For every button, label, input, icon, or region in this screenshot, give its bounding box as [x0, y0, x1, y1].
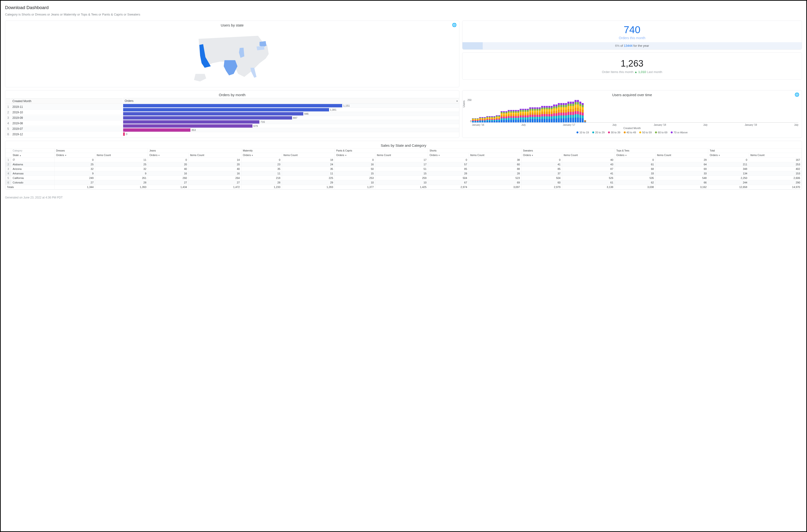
stacked-bar[interactable] [553, 104, 555, 122]
col-items-count[interactable]: Items Count [656, 153, 708, 157]
stacked-bar[interactable] [551, 106, 552, 122]
col-items-count[interactable]: Items Count [188, 153, 241, 157]
table-row[interactable]: 4Arkansas9916161111151528283741333313415… [5, 171, 802, 176]
stacked-bar[interactable] [584, 120, 586, 122]
col-items-count[interactable]: Items Count [749, 153, 802, 157]
map-title: Users by state [5, 21, 459, 28]
table-row[interactable]: 62019-12 [6, 132, 123, 136]
bar-row[interactable]: 0 [123, 132, 459, 136]
stacked-bar[interactable] [541, 106, 543, 122]
table-row[interactable]: 32019-09 [6, 115, 123, 120]
legend-item[interactable]: 10 to 19 [577, 131, 589, 134]
table-row[interactable]: 1∅0110140180170380400290167 [5, 157, 802, 162]
stacked-bar[interactable] [539, 107, 541, 122]
kpi-order-items-this-month: 1,263 Order Items this month ▲ 1,010 Las… [462, 53, 802, 80]
legend-item[interactable]: 60 to 69 [655, 131, 668, 134]
stacked-bar[interactable] [493, 116, 495, 122]
bar-row[interactable]: 946 [123, 112, 459, 116]
stacked-bar[interactable] [534, 107, 536, 122]
stacked-bar[interactable] [503, 111, 505, 122]
bar-row[interactable]: 716 [123, 120, 459, 124]
stacked-bar[interactable] [512, 110, 514, 122]
stacked-bar[interactable] [472, 118, 474, 122]
col-orders[interactable]: Orders▾ [241, 153, 282, 157]
col-orders[interactable]: Orders▾ [148, 153, 188, 157]
stacked-bar[interactable] [524, 109, 526, 122]
col-orders[interactable]: Orders▾ [335, 153, 375, 157]
col-orders[interactable]: Orders▾ [521, 153, 562, 157]
stacked-bar[interactable] [505, 111, 507, 122]
stacked-bar[interactable] [515, 110, 517, 122]
stacked-bar[interactable] [558, 103, 560, 122]
legend-item[interactable]: 30 to 39 [608, 131, 620, 134]
stacked-bar[interactable] [496, 115, 498, 122]
stacked-bar[interactable] [572, 102, 574, 122]
legend-item[interactable]: 20 to 29 [592, 131, 605, 134]
stacked-bar[interactable] [510, 110, 512, 122]
col-orders[interactable]: Orders▾ [428, 153, 469, 157]
stacked-bar[interactable] [556, 104, 558, 122]
col-items-count[interactable]: Items Count [562, 153, 615, 157]
col-items-count[interactable]: Items Count [469, 153, 521, 157]
users-acquired-chart[interactable]: Users 250 0 [472, 99, 799, 122]
stacked-bar[interactable] [479, 117, 481, 122]
stacked-bar[interactable] [532, 107, 533, 122]
bar-row[interactable]: 679 [123, 124, 459, 128]
us-map[interactable] [51, 28, 414, 83]
stacked-bar[interactable] [520, 109, 522, 122]
stacked-bar[interactable] [577, 100, 579, 122]
col-created-month[interactable]: Created Month [11, 98, 123, 104]
stacked-bar[interactable] [501, 111, 503, 122]
stacked-bar[interactable] [522, 109, 524, 122]
bar-row[interactable]: 1,151 [123, 104, 459, 108]
stacked-bar[interactable] [474, 118, 476, 122]
stacked-bar[interactable] [560, 103, 562, 122]
legend-item[interactable]: 50 to 59 [639, 131, 652, 134]
col-items-count[interactable]: Items Count [95, 153, 148, 157]
table-row[interactable]: 22019-10 [6, 110, 123, 115]
stacked-bar[interactable] [544, 106, 545, 122]
bar-row[interactable]: 1,081 [123, 108, 459, 112]
stacked-bar[interactable] [491, 116, 493, 122]
stacked-bar[interactable] [548, 106, 550, 122]
stacked-bar[interactable] [565, 103, 567, 122]
col-orders[interactable]: Orders▾ [54, 153, 95, 157]
stacked-bar[interactable] [582, 103, 584, 122]
stacked-bar[interactable] [567, 102, 569, 122]
sales-table[interactable]: CategoryDressesJeansMaternityPants & Cap… [5, 148, 802, 189]
col-orders[interactable]: Orders [125, 99, 133, 102]
legend-item[interactable]: 40 to 49 [624, 131, 636, 134]
stacked-bar[interactable] [517, 110, 519, 122]
stacked-bar[interactable] [579, 102, 581, 122]
stacked-bar[interactable] [537, 107, 538, 122]
stacked-bar[interactable] [546, 106, 548, 122]
col-orders[interactable]: Orders▾ [708, 153, 749, 157]
stacked-bar[interactable] [498, 115, 500, 122]
stacked-bar[interactable] [489, 116, 491, 122]
table-row[interactable]: 2Alabama25252020232416175760414361642112… [5, 162, 802, 167]
table-row[interactable]: 12019-11 [6, 104, 123, 110]
col-items-count[interactable]: Items Count [375, 153, 428, 157]
stacked-bar[interactable] [484, 117, 486, 122]
table-row[interactable]: 5California24926126026421822525325950452… [5, 176, 802, 180]
stacked-bar[interactable] [529, 107, 531, 122]
stacked-bar[interactable] [563, 103, 565, 122]
table-row[interactable]: 3Arizona32324040353550518588858768693484… [5, 167, 802, 171]
col-items-count[interactable]: Items Count [282, 153, 335, 157]
stacked-bar[interactable] [575, 100, 577, 122]
bar-row[interactable]: 353 [123, 128, 459, 132]
table-row[interactable]: 52019-07 [6, 127, 123, 131]
col-state[interactable]: State▴ [11, 153, 55, 157]
stacked-bar[interactable] [477, 118, 478, 122]
table-row[interactable]: 42019-08 [6, 121, 123, 126]
stacked-bar[interactable] [482, 117, 484, 122]
stacked-bar[interactable] [508, 110, 510, 122]
bar-row[interactable]: 887 [123, 116, 459, 120]
table-row[interactable]: 6Colorado2728272728291010676960616266244… [5, 180, 802, 185]
col-orders[interactable]: Orders▾ [615, 153, 656, 157]
stacked-bar[interactable] [570, 102, 572, 122]
chevron-down-icon[interactable]: ▾ [456, 100, 458, 102]
stacked-bar[interactable] [486, 116, 488, 122]
legend-item[interactable]: 70 or Above [671, 131, 688, 134]
stacked-bar[interactable] [527, 109, 529, 122]
